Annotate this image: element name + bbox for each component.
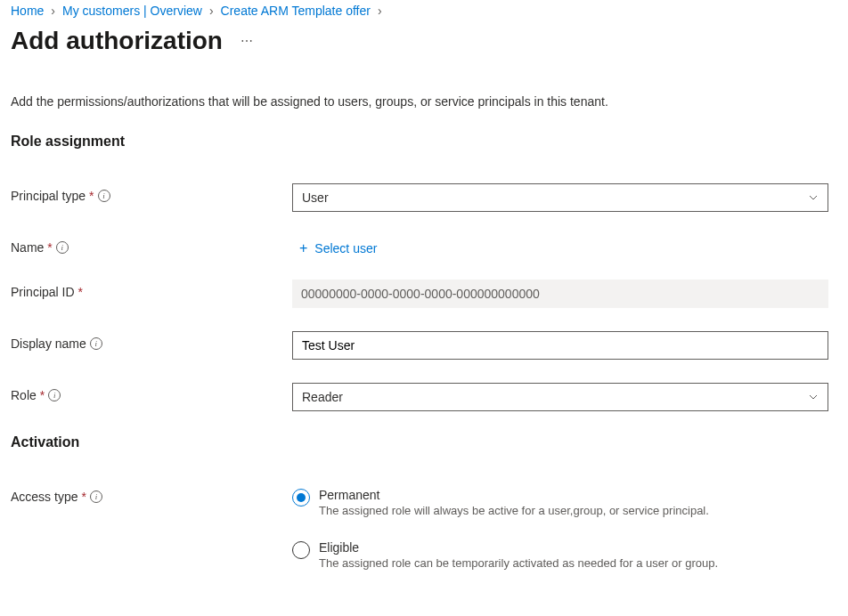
select-user-button[interactable]: + Select user <box>292 235 377 256</box>
field-display-name: Display name i <box>11 331 837 360</box>
chevron-right-icon: › <box>209 4 214 18</box>
chevron-down-icon <box>808 392 819 402</box>
access-type-eligible[interactable]: Eligible The assigned role can be tempor… <box>292 540 828 570</box>
page-title: Add authorization <box>11 27 223 55</box>
display-name-input[interactable] <box>292 331 828 360</box>
breadcrumb: Home › My customers | Overview › Create … <box>11 4 837 18</box>
chevron-down-icon <box>808 192 819 203</box>
role-label: Role <box>11 388 37 402</box>
role-select[interactable]: Reader <box>292 383 828 411</box>
breadcrumb-my-customers[interactable]: My customers | Overview <box>62 4 202 18</box>
field-role: Role * i Reader <box>11 383 837 411</box>
required-indicator: * <box>89 189 94 203</box>
select-user-label: Select user <box>314 241 377 255</box>
info-icon[interactable]: i <box>90 337 102 350</box>
access-type-permanent[interactable]: Permanent The assigned role will always … <box>292 488 828 517</box>
section-activation: Activation <box>11 434 837 450</box>
name-label: Name <box>11 240 44 255</box>
chevron-right-icon: › <box>51 4 55 18</box>
page-description: Add the permissions/authorizations that … <box>11 94 837 109</box>
required-indicator: * <box>47 240 52 255</box>
field-name: Name * i + Select user <box>11 235 837 256</box>
radio-button-icon <box>292 541 310 559</box>
display-name-label: Display name <box>11 336 86 351</box>
radio-label: Eligible <box>319 540 718 555</box>
radio-description: The assigned role can be temporarily act… <box>319 556 718 570</box>
breadcrumb-create-arm-template[interactable]: Create ARM Template offer <box>221 4 371 18</box>
required-indicator: * <box>78 285 83 299</box>
principal-type-select[interactable]: User <box>292 183 828 212</box>
more-menu[interactable]: ⋯ <box>241 34 255 48</box>
field-principal-type: Principal type * i User <box>11 183 837 212</box>
field-principal-id: Principal ID * 00000000-0000-0000-0000-0… <box>11 280 837 308</box>
section-role-assignment: Role assignment <box>11 134 837 150</box>
title-bar: Add authorization ⋯ <box>11 27 837 55</box>
required-indicator: * <box>81 490 86 504</box>
info-icon[interactable]: i <box>56 241 69 254</box>
info-icon[interactable]: i <box>98 190 110 202</box>
access-type-label: Access type <box>11 490 77 504</box>
info-icon[interactable]: i <box>90 490 102 503</box>
field-access-type: Access type * i Permanent The assigned r… <box>11 484 837 570</box>
principal-id-field: 00000000-0000-0000-0000-000000000000 <box>292 280 828 308</box>
chevron-right-icon: › <box>378 4 382 18</box>
info-icon[interactable]: i <box>48 389 61 401</box>
required-indicator: * <box>40 388 45 402</box>
radio-label: Permanent <box>319 488 709 502</box>
radio-button-icon <box>292 489 310 507</box>
access-type-radio-group: Permanent The assigned role will always … <box>292 484 828 570</box>
principal-id-label: Principal ID <box>11 285 75 299</box>
radio-description: The assigned role will always be active … <box>319 504 709 517</box>
plus-icon: + <box>299 240 307 256</box>
principal-type-label: Principal type <box>11 189 86 203</box>
role-value: Reader <box>302 390 343 404</box>
breadcrumb-home[interactable]: Home <box>11 4 44 18</box>
principal-type-value: User <box>302 190 329 205</box>
